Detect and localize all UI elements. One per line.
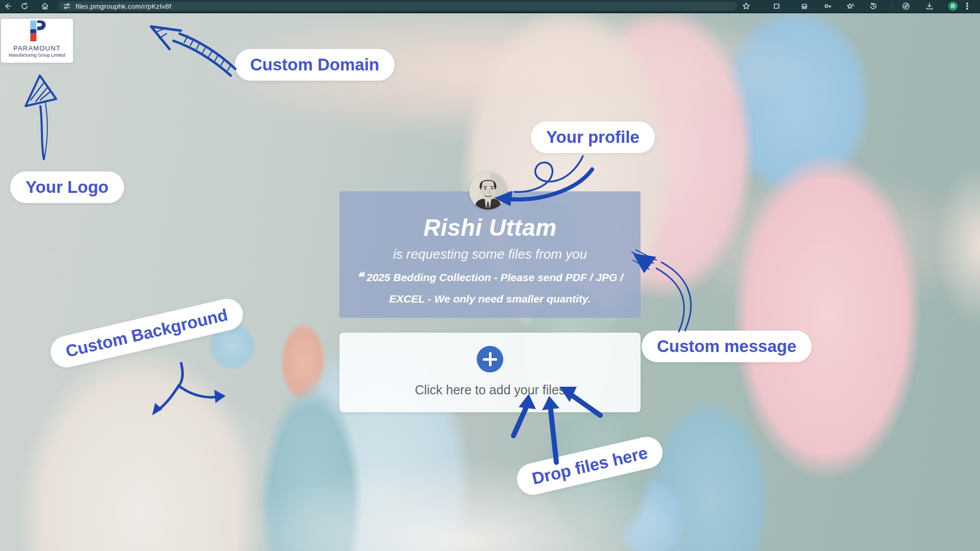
custom-message-text: ❝2025 Bedding Collection - Please send P… — [347, 266, 633, 310]
bookmark-star-icon[interactable] — [742, 2, 751, 11]
message-body: 2025 Bedding Collection - Please send PD… — [366, 271, 623, 305]
dropzone-label[interactable]: Click here to add your files — [339, 383, 641, 397]
extensions-puzzle-icon[interactable] — [772, 2, 781, 11]
add-files-plus-icon[interactable] — [477, 346, 503, 372]
history-icon[interactable] — [869, 2, 878, 11]
screen: files.pmgrouphk.com/r/pKzIv8f R — [0, 0, 980, 551]
browser-toolbar: files.pmgrouphk.com/r/pKzIv8f R — [0, 0, 980, 13]
cart-extension-icon[interactable] — [800, 2, 809, 11]
quote-icon: ❝ — [357, 270, 363, 284]
reload-icon[interactable] — [20, 2, 29, 11]
menu-kebab-icon[interactable] — [963, 2, 972, 11]
home-icon[interactable] — [40, 2, 50, 11]
address-bar[interactable]: files.pmgrouphk.com/r/pKzIv8f — [58, 2, 737, 11]
bookmark-stars-icon[interactable] — [846, 2, 855, 11]
request-subtitle: is requesting some files from you — [339, 246, 641, 262]
password-key-icon[interactable] — [823, 2, 832, 11]
requester-avatar — [469, 172, 507, 210]
site-settings-tune-icon[interactable] — [62, 2, 71, 11]
portrait-photo — [469, 172, 507, 210]
paramount-logo-mark — [27, 19, 47, 43]
annotation-your-logo: Your Logo — [10, 171, 124, 203]
file-dropzone[interactable]: Click here to add your files — [339, 333, 641, 412]
annotation-custom-message: Custom message — [642, 331, 812, 362]
eco-extension-icon[interactable] — [901, 2, 911, 11]
company-logo-card: PARAMOUNT Manufacturing Group Limited — [1, 19, 73, 63]
file-request-card: Rishi Uttam is requesting some files fro… — [339, 191, 641, 318]
annotation-custom-domain: Custom Domain — [235, 49, 395, 81]
back-icon[interactable] — [3, 2, 12, 11]
company-subtitle: Manufacturing Group Limited — [9, 53, 65, 58]
company-name: PARAMOUNT — [13, 44, 61, 52]
url-text[interactable]: files.pmgrouphk.com/r/pKzIv8f — [76, 3, 171, 10]
downloads-icon[interactable] — [925, 2, 934, 11]
requester-name: Rishi Uttam — [339, 214, 641, 241]
toolbar-divider — [892, 2, 893, 10]
annotation-your-profile: Your profile — [531, 121, 655, 153]
browser-profile-avatar[interactable]: R — [948, 2, 958, 11]
